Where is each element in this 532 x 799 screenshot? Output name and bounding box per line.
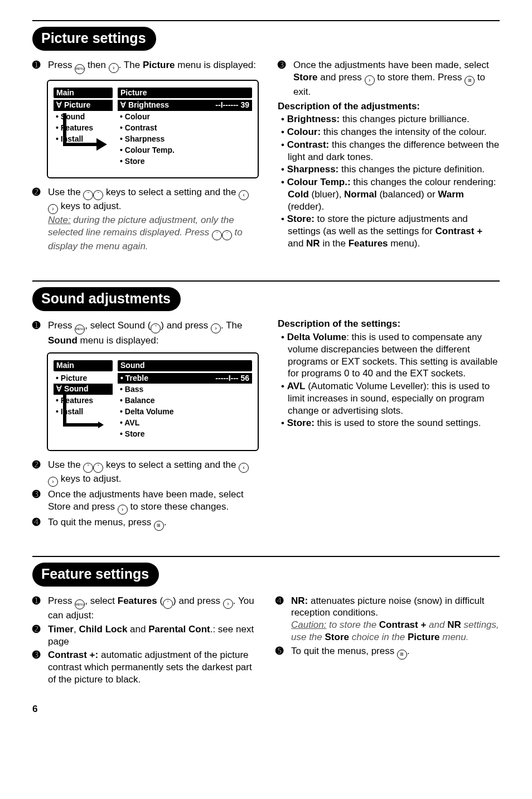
store-word: Store [293, 72, 317, 83]
features-section-title: Feature settings [32, 563, 159, 587]
desc-avl: AVL (Automatic Volume Leveller): this is… [288, 380, 500, 417]
text: Press [48, 595, 75, 606]
osd-right-selected-value: -----I--- 56 [215, 374, 249, 384]
sound-step-2: ➋ Use the ˆˇ keys to select a setting an… [32, 459, 259, 487]
osd-left-item: • Picture [56, 373, 113, 384]
section-rule [32, 20, 500, 21]
section-rule [32, 556, 500, 557]
text: . The [119, 60, 143, 70]
step-number-4: ➍ [275, 595, 287, 643]
step-number-1: ➊ [32, 319, 43, 346]
text: ) and press [173, 595, 223, 606]
osd-right-item: • Bass [120, 384, 252, 395]
step-number-5: ➎ [275, 645, 287, 660]
picture-step-2: ➋ Use the ˆˇ keys to select a setting an… [32, 186, 259, 253]
osd-right-selected-value: --I------ 39 [215, 100, 249, 110]
osd-right-item: • Contrast [120, 123, 252, 134]
osd-right-item: • Balance [120, 395, 252, 406]
left-icon: ‹ [239, 190, 249, 200]
picture-step-1: ➊ Press MENU then ›. The Picture menu is… [32, 59, 259, 74]
desc-brightness: Brightness: this changes picture brillia… [288, 113, 500, 125]
tv-icon: ⊞ [397, 650, 407, 660]
note-text: during the picture adjustment, only the … [48, 215, 234, 238]
desc-delta-volume: Delta Volume: this is used to compensate… [288, 331, 500, 380]
text: To quit the menus, press [48, 517, 154, 527]
text: menu is displayed: [78, 335, 159, 346]
osd-right-title: Picture [118, 88, 252, 99]
text: keys to select a setting and the [103, 187, 239, 197]
desc-store: Store: this is used to store the sound s… [288, 417, 500, 429]
text: Use the [48, 187, 83, 197]
right-icon: › [118, 505, 128, 515]
desc-sharpness: Sharpness: this changes the picture defi… [288, 163, 500, 176]
sound-step-1: ➊ Press MENU, select Sound (ˇ) and press… [32, 319, 259, 346]
picture-note: Note: during the picture adjustment, onl… [48, 214, 259, 253]
features-caution: Caution: to store the Contrast + and NR … [291, 619, 500, 643]
desc-colour: Colour: this changes the intensity of th… [288, 126, 500, 138]
step-number-2: ➋ [32, 623, 43, 648]
features-step-4: ➍ NR: attenuates picture noise (snow) in… [275, 595, 500, 643]
text: Once the adjustments have been made, sel… [293, 60, 489, 70]
osd-right-item: • Store [120, 156, 252, 167]
note-label: Note: [48, 215, 71, 225]
text: . [407, 646, 410, 656]
osd-right-item: • Colour [120, 112, 252, 123]
step-number-3: ➌ [32, 488, 43, 515]
tv-icon: ⊞ [465, 76, 475, 86]
right-icon: › [109, 63, 119, 73]
osd-arrow-icon [61, 394, 112, 435]
sound-osd-graphic: Main • Picture Ɐ Sound • Features • Inst… [47, 352, 259, 451]
text: menu is displayed: [175, 60, 257, 70]
caution-label: Caution: [291, 619, 326, 630]
osd-right-item: • Colour Temp. [120, 145, 252, 156]
text: . The [221, 320, 242, 331]
down-icon: ˇ [93, 190, 103, 200]
desc-colourtemp: Colour Temp.: this changes the colour re… [288, 176, 500, 212]
osd-right-item: • Sharpness [120, 134, 252, 145]
text: to store these changes. [128, 501, 229, 512]
right-icon: › [48, 477, 58, 487]
sound-step-4: ➍ To quit the menus, press ⊞. [32, 516, 259, 531]
osd-right-selected-label: • Treble [120, 374, 148, 384]
osd-left-title: Main [54, 88, 113, 99]
features-step-1: ➊ Press MENU, select Features (ˇ) and pr… [32, 595, 257, 622]
osd-right-selected-label: Ɐ Brightness [120, 100, 169, 110]
osd-right-item: • Store [120, 429, 252, 440]
right-icon: › [223, 599, 233, 609]
picture-section-title: Picture settings [32, 27, 156, 51]
text: Press [48, 60, 75, 70]
tv-icon: ⊞ [154, 521, 164, 531]
up-icon: ˆ [83, 463, 93, 473]
text: , select Sound ( [85, 320, 151, 331]
text: keys to select a setting and the [103, 459, 239, 470]
sound-section-title: Sound adjustments [32, 287, 181, 311]
down-icon: ˇ [163, 599, 173, 609]
down-icon: ˇ [151, 323, 161, 333]
text: Press [48, 320, 75, 331]
text: To quit the menus, press [291, 646, 397, 656]
step-number-2: ➋ [32, 459, 43, 487]
up-icon: ˆ [83, 190, 93, 200]
page-number: 6 [32, 703, 500, 715]
picture-word: Picture [143, 60, 175, 70]
step-number-1: ➊ [32, 595, 43, 622]
sound-word: Sound [48, 335, 78, 346]
right-icon: › [211, 323, 221, 333]
text: keys to adjust. [58, 201, 121, 211]
features-step-3: ➌ Contrast +: automatic adjustment of th… [32, 649, 257, 685]
picture-osd-graphic: Main Ɐ Picture • Sound • Features • Inst… [47, 80, 259, 178]
osd-arrow-icon [61, 113, 112, 154]
picture-step-3: ➌ Once the adjustments have been made, s… [278, 59, 500, 98]
left-icon: ‹ [239, 463, 249, 473]
section-rule [32, 280, 500, 282]
features-step-5: ➎ To quit the menus, press ⊞. [275, 645, 500, 660]
text: then [85, 60, 109, 70]
down-icon: ˇ [222, 230, 232, 240]
text: keys to adjust. [58, 473, 121, 484]
step-number-3: ➌ [278, 59, 289, 98]
text: ) and press [161, 320, 211, 331]
features-word: Features [118, 595, 157, 606]
osd-left-title: Main [54, 360, 113, 371]
right-icon: › [365, 75, 375, 85]
step-number-2: ➋ [32, 186, 43, 253]
